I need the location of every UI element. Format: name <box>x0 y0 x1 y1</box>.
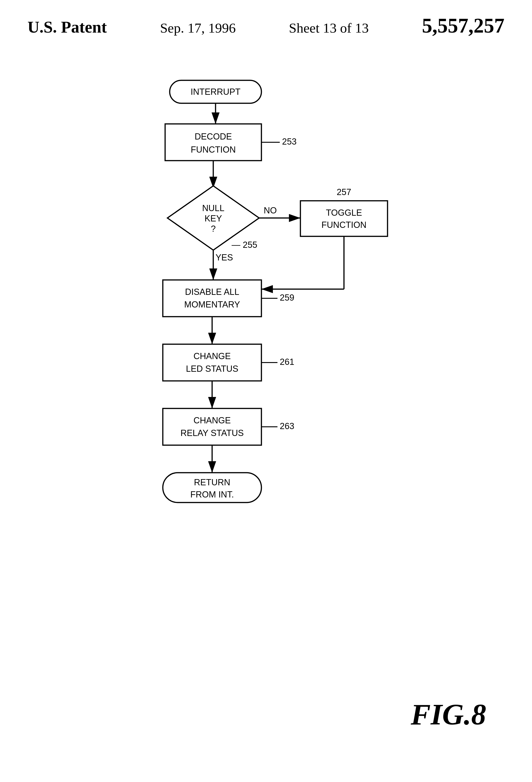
header-sheet: Sheet 13 of 13 <box>289 20 369 36</box>
toggle-node <box>300 201 387 236</box>
change-relay-node <box>163 408 261 445</box>
disable-label-2: MOMENTARY <box>184 300 240 309</box>
toggle-label-1: TOGGLE <box>326 208 362 217</box>
decode-label-2: FUNCTION <box>191 145 236 154</box>
change-led-label-2: LED STATUS <box>186 364 238 374</box>
null-key-label-3: ? <box>211 224 216 234</box>
toggle-label-2: FUNCTION <box>321 220 367 230</box>
change-led-node <box>163 344 261 381</box>
change-relay-label-2: RELAY STATUS <box>181 428 244 438</box>
disable-label-1: DISABLE ALL <box>185 287 239 297</box>
ref-263: 263 <box>280 421 294 431</box>
no-label: NO <box>264 206 277 215</box>
change-led-label-1: CHANGE <box>194 351 231 361</box>
ref-253: 253 <box>282 137 297 146</box>
change-relay-label-1: CHANGE <box>194 416 231 425</box>
return-label-2: FROM INT. <box>190 490 234 499</box>
patent-page: U.S. Patent Sep. 17, 1996 Sheet 13 of 13… <box>0 0 532 782</box>
patent-number: 5,557,257 <box>422 14 504 37</box>
null-key-label-1: NULL <box>202 203 224 213</box>
ref-259: 259 <box>280 293 294 303</box>
interrupt-label: INTERRUPT <box>191 87 240 97</box>
flowchart: text { font-family: Arial, Helvetica, sa… <box>106 73 426 671</box>
yes-label: YES <box>216 253 233 262</box>
figure-label: FIG.8 <box>411 697 486 732</box>
flowchart-svg: text { font-family: Arial, Helvetica, sa… <box>106 73 426 670</box>
disable-node <box>163 280 261 317</box>
ref-257: 257 <box>337 187 351 197</box>
decode-label-1: DECODE <box>195 132 232 141</box>
ref-255: — 255 <box>232 240 257 250</box>
patent-label: U.S. Patent <box>28 18 107 37</box>
null-key-label-2: KEY <box>204 214 222 223</box>
header: U.S. Patent Sep. 17, 1996 Sheet 13 of 13… <box>0 14 532 37</box>
header-date: Sep. 17, 1996 <box>160 20 236 36</box>
ref-261: 261 <box>280 357 294 367</box>
decode-node <box>165 124 261 161</box>
return-label-1: RETURN <box>194 477 230 487</box>
